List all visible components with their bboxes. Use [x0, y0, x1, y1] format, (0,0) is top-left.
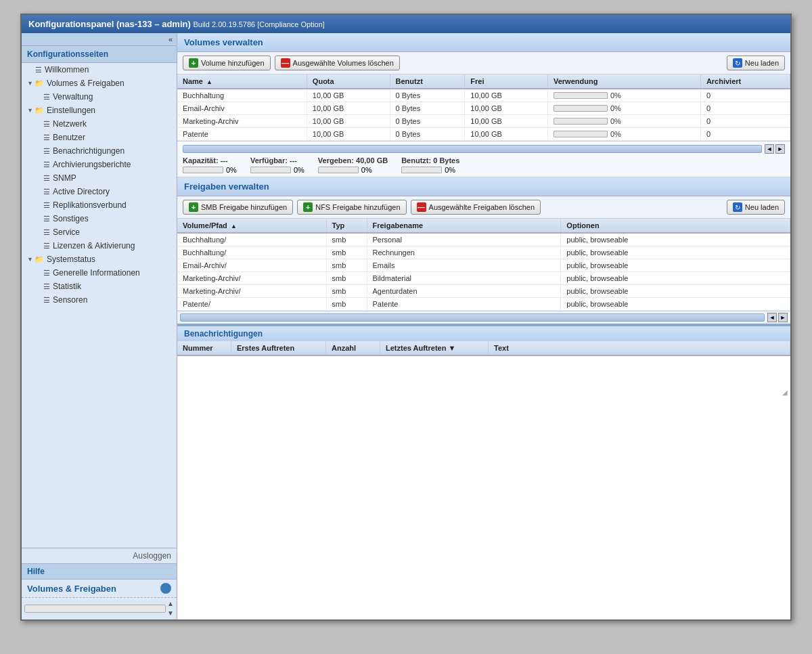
sidebar-item-benachrichtigungen[interactable]: ☰ Benachrichtigungen	[22, 144, 177, 158]
sidebar-item-einstellungen[interactable]: ▼ 📁 Einstellungen	[22, 104, 177, 117]
volumes-table: Name ▲ Quota Benutzt Frei Verwendung Arc…	[177, 74, 790, 141]
cell-path: Marketing-Archiv/	[177, 285, 326, 298]
ausloggen-button[interactable]: Ausloggen	[22, 548, 177, 563]
sidebar: « Konfigurationsseiten ☰ Willkommen ▼ 📁 …	[22, 33, 177, 619]
sidebar-item-archivierungsberichte[interactable]: ☰ Archivierungsberichte	[22, 158, 177, 171]
freigaben-scroll-right[interactable]: ►	[778, 313, 788, 322]
scroll-up-arrow[interactable]: ▲	[167, 599, 174, 609]
col-archiviert[interactable]: Archiviert	[700, 74, 790, 89]
table-row[interactable]: Email-Archiv/ smb Emails public, browsea…	[177, 259, 790, 272]
sidebar-item-service[interactable]: ☰ Service	[22, 225, 177, 239]
freigaben-scrollbar[interactable]	[180, 313, 765, 322]
table-row[interactable]: Buchhaltung/ smb Rechnungen public, brow…	[177, 246, 790, 259]
col-verwendung[interactable]: Verwendung	[547, 74, 700, 89]
kapazitaet-pct: 0%	[226, 166, 237, 174]
cell-name: Buchhaltung	[177, 89, 307, 102]
cell-optionen: public, browseable	[561, 272, 790, 285]
table-row[interactable]: Buchhaltung/ smb Personal public, browse…	[177, 233, 790, 246]
table-row[interactable]: Buchhaltung 10,00 GB 0 Bytes 10,00 GB 0%…	[177, 89, 790, 102]
resize-handle[interactable]: ◢	[782, 389, 790, 397]
cell-verwendung: 0%	[547, 128, 700, 141]
notifications-body	[177, 356, 790, 397]
table-row[interactable]: Patente/ smb Patente public, browseable	[177, 298, 790, 311]
add-smb-label: SMB Freigabe hinzufügen	[201, 203, 287, 211]
col-frei[interactable]: Frei	[465, 74, 548, 89]
cell-freigabename: Bildmaterial	[367, 272, 561, 285]
progress-bar	[554, 92, 608, 99]
sidebar-item-active-directory[interactable]: ☰ Active Directory	[22, 185, 177, 198]
cell-typ: smb	[326, 272, 367, 285]
scroll-left-btn[interactable]: ◄	[765, 144, 774, 154]
col-freigabename[interactable]: Freigabename	[367, 219, 561, 233]
sidebar-item-sensoren[interactable]: ☰ Sensoren	[22, 293, 177, 307]
cell-archiviert: 0	[700, 89, 790, 102]
cell-freigabename: Rechnungen	[367, 246, 561, 259]
notif-col-erstes-auftreten[interactable]: Erstes Auftreten	[231, 341, 326, 355]
title-bar: Konfigurationspanel (nas-133 – admin) Bu…	[22, 15, 790, 33]
table-row[interactable]: Patente 10,00 GB 0 Bytes 10,00 GB 0% 0	[177, 128, 790, 141]
reload-freigaben-button[interactable]: ↻ Neu laden	[727, 200, 785, 215]
sidebar-item-verwaltung[interactable]: ☰ Verwaltung	[22, 90, 177, 104]
page-icon: ☰	[43, 228, 50, 237]
table-row[interactable]: Marketing-Archiv/ smb Agenturdaten publi…	[177, 285, 790, 298]
table-row[interactable]: Marketing-Archiv/ smb Bildmaterial publi…	[177, 272, 790, 285]
notifications-section: Benachrichtigungen Nummer Erstes Auftret…	[177, 324, 790, 397]
notif-col-anzahl[interactable]: Anzahl	[326, 341, 380, 355]
sidebar-item-generelle-informationen[interactable]: ☰ Generelle Informationen	[22, 266, 177, 280]
sidebar-item-sonstiges[interactable]: ☰ Sonstiges	[22, 212, 177, 225]
capacity-verfuegbar: Verfügbar: --- 0%	[250, 156, 304, 174]
sidebar-item-statistik[interactable]: ☰ Statistik	[22, 280, 177, 293]
col-typ[interactable]: Typ	[326, 219, 367, 233]
cell-freigabename: Agenturdaten	[367, 285, 561, 298]
sidebar-item-benutzer[interactable]: ☰ Benutzer	[22, 131, 177, 144]
add-smb-button[interactable]: + SMB Freigabe hinzufügen	[183, 200, 293, 215]
verfuegbar-bar	[250, 167, 291, 173]
sidebar-item-volumes-freigaben[interactable]: ▼ 📁 Volumes & Freigaben	[22, 77, 177, 90]
scroll-down-arrow[interactable]: ▼	[167, 609, 174, 618]
add-volume-button[interactable]: + Volume hinzufügen	[183, 56, 271, 70]
col-benutzt[interactable]: Benutzt	[390, 74, 465, 89]
sidebar-item-willkommen[interactable]: ☰ Willkommen	[22, 63, 177, 77]
sidebar-item-replikationsverbund[interactable]: ☰ Replikationsverbund	[22, 198, 177, 212]
delete-freigaben-button[interactable]: — Ausgewählte Freigaben löschen	[411, 200, 541, 215]
capacity-section: ◄ ► Kapazität: --- 0%	[177, 141, 790, 177]
freigaben-table: Volume/Pfad ▲ Typ Freigabename Optionen …	[177, 219, 790, 311]
sort-arrow: ▲	[206, 79, 212, 85]
sidebar-scrollbar[interactable]	[24, 605, 166, 613]
notifications-header-row: Nummer Erstes Auftreten Anzahl Letztes A…	[177, 341, 790, 356]
progress-bar	[554, 118, 608, 125]
add-nfs-button[interactable]: + NFS Freigabe hinzufügen	[297, 200, 406, 215]
sidebar-collapse-button[interactable]: «	[22, 33, 177, 46]
folder-icon: 📁	[35, 79, 44, 88]
sidebar-item-netzwerk[interactable]: ☰ Netzwerk	[22, 117, 177, 131]
notif-col-letztes-auftreten[interactable]: Letztes Auftreten ▼	[380, 341, 489, 355]
notif-col-nummer[interactable]: Nummer	[177, 341, 231, 355]
sidebar-item-label: Sensoren	[53, 295, 87, 305]
reload-volumes-button[interactable]: ↻ Neu laden	[727, 56, 785, 70]
cell-path: Email-Archiv/	[177, 259, 326, 272]
col-volume-pfad[interactable]: Volume/Pfad ▲	[177, 219, 326, 233]
scroll-right-btn[interactable]: ►	[775, 144, 785, 154]
table-row[interactable]: Marketing-Archiv 10,00 GB 0 Bytes 10,00 …	[177, 115, 790, 128]
cell-frei: 10,00 GB	[465, 102, 548, 115]
cell-quota: 10,00 GB	[307, 89, 390, 102]
sidebar-item-lizenzen-aktivierung[interactable]: ☰ Lizenzen & Aktivierung	[22, 239, 177, 253]
col-quota[interactable]: Quota	[307, 74, 390, 89]
cell-freigabename: Emails	[367, 259, 561, 272]
delete-volumes-button[interactable]: — Ausgewählte Volumes löschen	[275, 56, 400, 70]
sidebar-item-snmp[interactable]: ☰ SNMP	[22, 171, 177, 185]
cell-typ: smb	[326, 298, 367, 311]
page-icon: ☰	[43, 133, 50, 142]
col-optionen[interactable]: Optionen	[561, 219, 790, 233]
freigaben-scroll-left[interactable]: ◄	[767, 313, 777, 322]
col-name[interactable]: Name ▲	[177, 74, 307, 89]
page-icon: ☰	[43, 201, 50, 210]
table-row[interactable]: Email-Archiv 10,00 GB 0 Bytes 10,00 GB 0…	[177, 102, 790, 115]
capacity-scrollbar[interactable]	[183, 145, 762, 153]
sort-down-icon: ▼	[449, 344, 456, 352]
notif-col-text[interactable]: Text	[489, 341, 790, 355]
sidebar-item-systemstatus[interactable]: ▼ 📁 Systemstatus	[22, 253, 177, 266]
cell-archiviert: 0	[700, 128, 790, 141]
quick-link-volumes-freigaben[interactable]: Volumes & Freigaben	[22, 580, 177, 597]
benutzt-bar	[401, 167, 442, 173]
